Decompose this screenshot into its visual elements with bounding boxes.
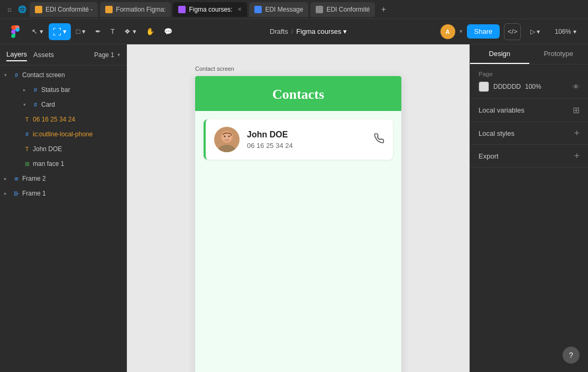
layer-label-frame-2: Frame 2 xyxy=(22,175,122,182)
help-button[interactable]: ? xyxy=(563,347,580,364)
browser-home-icon[interactable]: ⌂ xyxy=(4,4,15,15)
visibility-eye-icon[interactable]: 👁 xyxy=(573,83,580,91)
layer-frame-1[interactable]: ▸ ⊪ Frame 1 xyxy=(0,186,126,201)
tab-favicon-2 xyxy=(105,6,113,13)
right-panel: Design Prototype Page DDDDDD 100% 👁 Loca… xyxy=(470,44,588,372)
frame-icon-2: # xyxy=(32,87,39,93)
export-add-button[interactable]: + xyxy=(574,151,580,161)
tool-group-left: ↖ ▾ ▾ □ ▾ ✒ T ❖ ▾ ✋ 💬 xyxy=(27,23,177,40)
frame-icon-4: ≡ xyxy=(13,175,20,183)
browser-tab-3[interactable]: Figma courses: ✕ xyxy=(173,2,247,17)
layer-label-status-bar: Status bar xyxy=(41,86,122,94)
page-dropdown-icon[interactable]: ▾ xyxy=(117,52,120,58)
svg-rect-4 xyxy=(53,28,54,30)
text-icon-2: T xyxy=(23,146,31,152)
main-layout: Layers Assets Page 1 ▾ ▾ # Contact scree… xyxy=(0,44,588,372)
layer-phone-number[interactable]: T 06 16 25 34 24 xyxy=(0,112,126,127)
page-color-hex: DDDDDD xyxy=(493,83,521,90)
layer-contact-screen[interactable]: ▾ # Contact screen xyxy=(0,68,126,82)
page-selector[interactable]: Page 1 xyxy=(94,51,114,59)
browser-tab-2[interactable]: Formation Figma: xyxy=(100,2,171,17)
svg-point-12 xyxy=(224,136,226,137)
page-color-row: DDDDDD 100% 👁 xyxy=(479,81,580,92)
layer-man-face[interactable]: ⊞ man face 1 xyxy=(0,156,126,171)
tab-favicon-4 xyxy=(254,6,262,13)
phone-frame: Contacts xyxy=(195,76,401,372)
layer-label-card: Card xyxy=(41,101,122,108)
frame-tool-button[interactable]: ▾ xyxy=(49,23,71,40)
layer-expand-icon-4: ▸ xyxy=(4,176,11,181)
local-styles-section: Local styles + xyxy=(470,122,588,145)
contact-info: John DOE 06 16 25 34 24 xyxy=(247,130,366,150)
hand-tool-button[interactable]: ✋ xyxy=(142,23,159,40)
layer-ic-phone[interactable]: # ic:outline-local-phone xyxy=(0,127,126,142)
breadcrumb-project[interactable]: Figma courses ▾ xyxy=(296,27,347,35)
tab-label-3: Figma courses: xyxy=(189,6,232,13)
layer-tree: ▾ # Contact screen ▸ # Status bar ▾ # Ca… xyxy=(0,66,126,372)
breadcrumb-separator: / xyxy=(291,27,293,35)
contact-avatar xyxy=(214,127,240,152)
zoom-control[interactable]: 106% ▾ xyxy=(549,25,582,39)
layer-label-john-doe: John DOE xyxy=(33,145,122,153)
browser-bar: ⌂ 🌐 EDI Conformité - Formation Figma: Fi… xyxy=(0,0,588,19)
local-styles-add-button[interactable]: + xyxy=(574,128,580,138)
text-icon: T xyxy=(23,116,31,123)
components-tool-button[interactable]: ❖ ▾ xyxy=(120,23,141,40)
move-tool-button[interactable]: ↖ ▾ xyxy=(27,23,48,40)
local-variables-settings-icon[interactable]: ⊞ xyxy=(573,105,580,115)
play-dropdown-icon: ▾ xyxy=(537,28,540,35)
tab-prototype[interactable]: Prototype xyxy=(529,44,589,64)
shape-tool-button[interactable]: □ ▾ xyxy=(72,23,90,40)
layer-john-doe-text[interactable]: T John DOE xyxy=(0,142,126,156)
breadcrumb-drafts[interactable]: Drafts xyxy=(270,27,288,35)
frame-icon-3: # xyxy=(32,101,39,108)
tab-layers[interactable]: Layers xyxy=(6,48,27,61)
figma-logo[interactable] xyxy=(6,23,23,40)
browser-tab-4[interactable]: EDI Message xyxy=(249,2,308,17)
image-icon: ⊞ xyxy=(23,161,31,168)
svg-point-13 xyxy=(228,136,230,137)
frame-icon-5: ⊪ xyxy=(13,190,20,198)
browser-tab-1[interactable]: EDI Conformité - xyxy=(30,2,98,17)
call-icon[interactable] xyxy=(374,133,384,146)
page-color-swatch[interactable] xyxy=(479,81,489,92)
toolbar-right: A ▾ Share </> ▷ ▾ 106% ▾ xyxy=(440,23,582,40)
comment-tool-button[interactable]: 💬 xyxy=(160,23,177,40)
browser-tab-5[interactable]: EDI Conformité xyxy=(310,2,375,17)
export-label: Export xyxy=(479,152,499,160)
export-row: Export + xyxy=(479,151,580,161)
layer-label-contact-screen: Contact screen xyxy=(22,71,122,79)
contacts-title: Contacts xyxy=(204,87,393,103)
layer-card[interactable]: ▾ # Card xyxy=(0,97,126,112)
page-color-opacity: 100% xyxy=(525,83,541,90)
tab-label-5: EDI Conformité xyxy=(326,6,370,13)
layer-expand-icon-5: ▸ xyxy=(4,191,11,196)
share-button[interactable]: Share xyxy=(467,24,500,39)
tab-favicon-3 xyxy=(178,6,186,13)
page-section: Page DDDDDD 100% 👁 xyxy=(470,64,588,99)
canvas-area[interactable]: Contact screen Contacts xyxy=(127,44,470,372)
sidebar-header: Layers Assets Page 1 ▾ xyxy=(0,44,126,66)
local-styles-label: Local styles xyxy=(479,129,514,137)
contact-name: John DOE xyxy=(247,130,366,140)
tab-design[interactable]: Design xyxy=(470,44,529,64)
layer-expand-icon-3: ▾ xyxy=(23,102,30,107)
layer-label-ic-phone: ic:outline-local-phone xyxy=(33,131,122,138)
new-tab-button[interactable]: + xyxy=(377,3,390,16)
code-view-button[interactable]: </> xyxy=(504,23,521,40)
zoom-dropdown-icon: ▾ xyxy=(573,28,576,35)
tab-close-icon[interactable]: ✕ xyxy=(237,6,242,12)
pen-tool-button[interactable]: ✒ xyxy=(91,23,105,40)
local-styles-row: Local styles + xyxy=(479,128,580,138)
layer-status-bar[interactable]: ▸ # Status bar xyxy=(0,82,126,97)
tab-favicon-5 xyxy=(316,6,323,13)
contact-card: John DOE 06 16 25 34 24 xyxy=(204,119,393,160)
tab-assets[interactable]: Assets xyxy=(33,49,54,61)
svg-rect-5 xyxy=(60,28,61,30)
text-tool-button[interactable]: T xyxy=(106,23,119,40)
frame-label: Contact screen xyxy=(195,66,234,72)
browser-globe-icon[interactable]: 🌐 xyxy=(17,4,27,15)
layer-frame-2[interactable]: ▸ ≡ Frame 2 xyxy=(0,171,126,186)
avatar-dropdown-icon[interactable]: ▾ xyxy=(460,28,463,35)
play-button[interactable]: ▷ ▾ xyxy=(525,25,545,39)
